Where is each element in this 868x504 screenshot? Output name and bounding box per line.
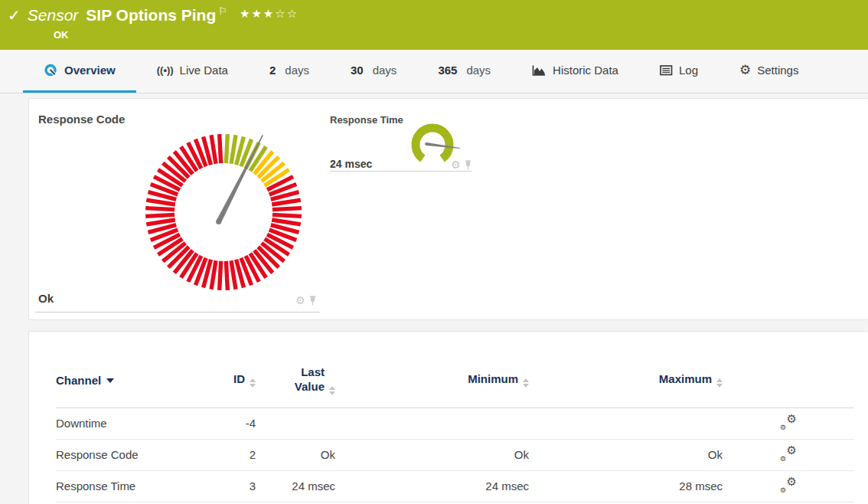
tab-label: days — [466, 64, 491, 77]
sensor-header: ✓ Sensor SIP Options Ping ⚐ ★★★☆☆ OK — [0, 0, 868, 50]
gauge-title-response-code: Response Code — [38, 113, 125, 126]
table-row: Response Code 2 Ok Ok Ok ⚙⚙ — [56, 439, 854, 470]
column-header-maximum[interactable]: Maximum — [529, 353, 723, 407]
channel-last-value — [256, 407, 335, 439]
channel-last-value: 24 msec — [256, 470, 335, 502]
sort-icon — [523, 378, 529, 388]
gauge-icon — [44, 63, 58, 77]
tab-number: 2 — [269, 64, 276, 77]
channel-settings-icon[interactable]: ⚙⚙ — [780, 446, 797, 461]
channel-maximum: 28 msec — [529, 470, 723, 502]
gauge-settings-gear-icon[interactable]: ⚙ — [451, 159, 461, 170]
gauge-value-response-code: Ok — [38, 292, 54, 305]
tab-label: days — [373, 64, 397, 77]
tab-settings[interactable]: ⚙ Settings — [719, 50, 819, 93]
channels-panel: Channel ID Last Value Minimum Maximum Do… — [28, 331, 868, 504]
tab-label: days — [285, 64, 309, 77]
channel-settings-icon[interactable]: ⚙⚙ — [780, 477, 797, 493]
stars-empty: ☆☆ — [275, 7, 299, 20]
tab-label: Live Data — [180, 64, 228, 77]
area-chart-icon — [532, 64, 547, 77]
widget-divider — [330, 171, 472, 172]
column-header-channel[interactable]: Channel — [56, 353, 213, 407]
column-header-minimum[interactable]: Minimum — [335, 353, 529, 407]
table-row: Downtime -4 ⚙⚙ — [56, 407, 854, 439]
channel-name: Downtime — [56, 407, 213, 439]
widget-divider — [35, 312, 320, 313]
column-header-actions — [723, 353, 854, 407]
channels-table: Channel ID Last Value Minimum Maximum Do… — [56, 353, 854, 502]
priority-stars[interactable]: ★★★☆☆ — [240, 7, 299, 21]
gauge-title-response-time: Response Time — [330, 114, 403, 126]
sort-icon — [716, 378, 723, 388]
log-icon — [660, 65, 673, 76]
channel-maximum: Ok — [529, 439, 723, 470]
table-header-row: Channel ID Last Value Minimum Maximum — [56, 353, 854, 407]
tab-label: Settings — [757, 64, 798, 77]
status-check-icon: ✓ — [8, 5, 21, 25]
overview-panel: Response Code Ok ⚙ Response Time 24 msec… — [28, 98, 868, 320]
channel-id: 2 — [213, 439, 256, 470]
table-row: Response Time 3 24 msec 24 msec 28 msec … — [56, 470, 854, 502]
channel-id: -4 — [213, 407, 256, 439]
tab-number: 365 — [438, 64, 457, 77]
tab-label: Historic Data — [553, 64, 618, 77]
flag-icon[interactable]: ⚐ — [218, 6, 227, 17]
channel-minimum — [335, 407, 529, 439]
pin-icon[interactable] — [309, 296, 316, 306]
tab-2-days[interactable]: 2days — [249, 50, 330, 93]
channel-minimum: Ok — [335, 439, 529, 470]
sort-icon — [329, 386, 335, 395]
tab-overview[interactable]: Overview — [23, 50, 136, 93]
status-badge: OK — [54, 29, 69, 41]
tab-label: Log — [679, 64, 698, 77]
tab-log[interactable]: Log — [639, 50, 719, 93]
tab-30-days[interactable]: 30days — [330, 50, 417, 93]
tab-live-data[interactable]: ((•)) Live Data — [136, 50, 249, 93]
broadcast-icon: ((•)) — [157, 64, 174, 76]
channel-name: Response Time — [56, 470, 213, 502]
gauge-value-response-time: 24 msec — [330, 158, 372, 170]
sort-icon — [250, 378, 256, 388]
column-header-last-value[interactable]: Last Value — [256, 353, 335, 407]
channel-settings-icon[interactable]: ⚙⚙ — [780, 414, 797, 430]
sensor-kind-label: Sensor — [28, 5, 79, 25]
channel-id: 3 — [213, 470, 256, 502]
sort-desc-icon — [106, 378, 114, 383]
column-header-id[interactable]: ID — [213, 353, 256, 407]
channel-last-value: Ok — [256, 439, 335, 470]
gauge-settings-gear-icon[interactable]: ⚙ — [295, 295, 305, 306]
tab-365-days[interactable]: 365days — [417, 50, 511, 93]
stars-filled: ★★★ — [240, 7, 275, 20]
channel-name: Response Code — [56, 439, 213, 470]
tab-historic-data[interactable]: Historic Data — [511, 50, 639, 93]
channel-maximum — [529, 407, 723, 439]
tab-bar: Overview ((•)) Live Data 2days 30days 36… — [0, 50, 868, 93]
channel-minimum: 24 msec — [335, 470, 529, 502]
tab-number: 30 — [351, 64, 364, 77]
tab-label: Overview — [64, 64, 116, 77]
page-title: SIP Options Ping — [86, 5, 216, 25]
response-code-gauge[interactable] — [132, 120, 315, 304]
gear-icon: ⚙ — [739, 64, 751, 77]
pin-icon[interactable] — [465, 160, 472, 170]
